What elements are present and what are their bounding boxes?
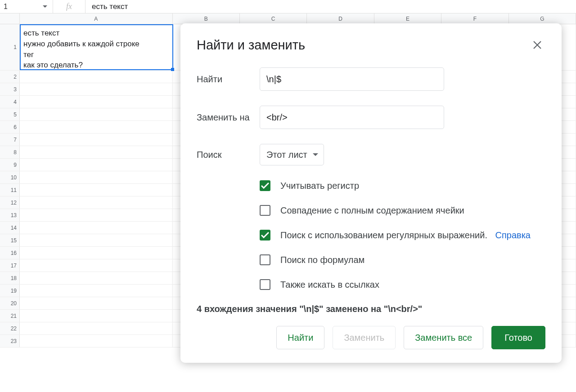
col-header-E[interactable]: E [374, 13, 441, 24]
close-icon [533, 40, 542, 49]
cell-A4[interactable] [20, 96, 173, 108]
checkbox-match-entire-row: Совпадение с полным содержанием ячейки [260, 205, 545, 216]
col-header-B[interactable]: B [173, 13, 240, 24]
column-headers: A B C D E F G [0, 13, 576, 24]
cell-A16[interactable] [20, 247, 173, 259]
row-header-9[interactable]: 9 [0, 159, 20, 171]
find-input[interactable] [260, 67, 444, 91]
formula-input[interactable]: есть текст [86, 2, 576, 11]
cell-A17[interactable] [20, 259, 173, 272]
row-header-22[interactable]: 22 [0, 322, 20, 334]
find-row: Найти [197, 67, 545, 91]
row-header-6[interactable]: 6 [0, 121, 20, 133]
dialog-buttons: Найти Заменить Заменить все Готово [197, 326, 545, 349]
check-icon [261, 232, 269, 238]
checkbox-regex-label: Поиск с использованием регулярных выраже… [280, 230, 487, 240]
checkbox-match-entire[interactable] [260, 205, 270, 216]
select-all-corner[interactable] [0, 13, 20, 24]
row-header-12[interactable]: 12 [0, 196, 20, 209]
cell-A14[interactable] [20, 222, 173, 234]
cell-A2[interactable] [20, 71, 173, 83]
cell-A1[interactable] [20, 24, 173, 70]
row-header-2[interactable]: 2 [0, 71, 20, 83]
cell-A22[interactable] [20, 322, 173, 334]
row-header-21[interactable]: 21 [0, 310, 20, 322]
cell-A3[interactable] [20, 83, 173, 95]
checkbox-match-case[interactable] [260, 180, 270, 191]
checkbox-links-row: Также искать в ссылках [260, 279, 545, 290]
cell-A9[interactable] [20, 159, 173, 171]
cell-A15[interactable] [20, 234, 173, 246]
fx-label: fx [53, 0, 86, 13]
col-header-C[interactable]: C [240, 13, 307, 24]
name-box-text: 1 [4, 3, 41, 11]
cell-A20[interactable] [20, 297, 173, 309]
checkbox-regex[interactable] [260, 230, 270, 241]
search-scope-select[interactable]: Этот лист [260, 144, 324, 165]
name-box[interactable]: 1 [0, 0, 53, 13]
row-header-3[interactable]: 3 [0, 83, 20, 95]
replace-button[interactable]: Заменить [333, 326, 396, 349]
row-header-20[interactable]: 20 [0, 297, 20, 309]
replace-label: Заменить на [197, 112, 260, 123]
find-label: Найти [197, 74, 260, 85]
find-replace-dialog: Найти и заменить Найти Заменить на Поиск… [180, 23, 562, 363]
dialog-title: Найти и заменить [197, 38, 305, 53]
replace-status: 4 вхождения значения "\n|$" заменено на … [197, 304, 545, 314]
row-header-8[interactable]: 8 [0, 146, 20, 158]
row-header-14[interactable]: 14 [0, 222, 20, 234]
cell-A10[interactable] [20, 171, 173, 183]
name-box-dropdown-icon[interactable] [41, 5, 49, 8]
replace-row: Заменить на [197, 106, 545, 129]
checkbox-links-label: Также искать в ссылках [280, 280, 379, 290]
row-header-5[interactable]: 5 [0, 108, 20, 120]
cell-A12[interactable] [20, 196, 173, 209]
row-header-15[interactable]: 15 [0, 234, 20, 246]
checkbox-formulas-row: Поиск по формулам [260, 254, 545, 265]
cell-A19[interactable] [20, 285, 173, 297]
checkbox-match-case-row: Учитывать регистр [260, 180, 545, 191]
close-button[interactable] [529, 37, 545, 53]
checkbox-match-entire-label: Совпадение с полным содержанием ячейки [280, 205, 464, 216]
cell-A8[interactable] [20, 146, 173, 158]
row-header-16[interactable]: 16 [0, 247, 20, 259]
col-header-D[interactable]: D [307, 13, 374, 24]
done-button[interactable]: Готово [491, 326, 545, 349]
cell-A7[interactable] [20, 134, 173, 146]
cell-A21[interactable] [20, 310, 173, 322]
find-button[interactable]: Найти [276, 326, 324, 349]
checkbox-regex-row: Поиск с использованием регулярных выраже… [260, 230, 545, 241]
row-header-1[interactable]: 1 [0, 24, 20, 70]
checkbox-group: Учитывать регистр Совпадение с полным со… [260, 180, 545, 290]
col-header-G[interactable]: G [509, 13, 576, 24]
row-header-11[interactable]: 11 [0, 184, 20, 196]
replace-all-button[interactable]: Заменить все [404, 326, 483, 349]
row-header-13[interactable]: 13 [0, 209, 20, 221]
search-scope-label: Поиск [197, 150, 260, 160]
row-header-17[interactable]: 17 [0, 259, 20, 272]
checkbox-links[interactable] [260, 279, 270, 290]
row-header-7[interactable]: 7 [0, 134, 20, 146]
col-header-F[interactable]: F [441, 13, 508, 24]
search-scope-value: Этот лист [266, 150, 307, 160]
row-header-19[interactable]: 19 [0, 285, 20, 297]
checkbox-formulas-label: Поиск по формулам [280, 255, 364, 265]
cell-A5[interactable] [20, 108, 173, 120]
row-header-18[interactable]: 18 [0, 272, 20, 284]
col-header-A[interactable]: A [20, 13, 173, 24]
cell-A11[interactable] [20, 184, 173, 196]
row-header-10[interactable]: 10 [0, 171, 20, 183]
check-icon [261, 183, 269, 189]
search-scope-row: Поиск Этот лист [197, 144, 545, 165]
checkbox-formulas[interactable] [260, 254, 270, 265]
cell-A6[interactable] [20, 121, 173, 133]
formula-bar: 1 fx есть текст [0, 0, 576, 13]
row-header-4[interactable]: 4 [0, 96, 20, 108]
regex-help-link[interactable]: Справка [495, 230, 531, 240]
cell-A23[interactable] [20, 335, 173, 347]
replace-input[interactable] [260, 106, 444, 129]
cell-A18[interactable] [20, 272, 173, 284]
chevron-down-icon [313, 153, 318, 156]
row-header-23[interactable]: 23 [0, 335, 20, 347]
cell-A13[interactable] [20, 209, 173, 221]
